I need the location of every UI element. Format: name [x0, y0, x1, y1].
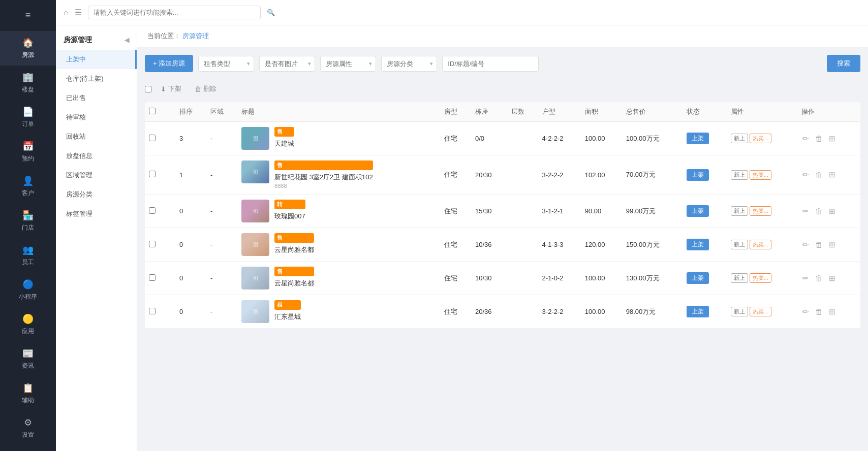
attr-tag[interactable]: 新上: [731, 307, 748, 316]
more-button[interactable]: ⊞: [828, 306, 836, 317]
cell-attrs: 新上热卖...: [727, 155, 798, 195]
sidebar-item-reservation[interactable]: 📅 预约: [0, 135, 56, 169]
edit-button[interactable]: ✏: [801, 306, 810, 317]
menu-icon[interactable]: ☰: [75, 8, 82, 17]
sidebar-item-news[interactable]: 📰 资讯: [0, 342, 56, 376]
row-checkbox[interactable]: [149, 135, 156, 141]
more-button[interactable]: ⊞: [828, 273, 836, 284]
col-attrs: 属性: [727, 102, 798, 122]
property-tag: 售: [274, 127, 294, 137]
col-checkbox: [145, 102, 160, 122]
delete-row-button[interactable]: 🗑: [814, 273, 824, 283]
property-code: 8888: [274, 183, 373, 189]
sidebar-item-sold[interactable]: 已出售: [56, 88, 137, 108]
attr-tag[interactable]: 新上: [731, 134, 748, 143]
sidebar-item-house[interactable]: 🏠 房源: [0, 31, 56, 66]
property-tag: 售: [274, 160, 373, 170]
add-house-button[interactable]: + 添加房源: [145, 55, 193, 72]
attr-tag[interactable]: 热卖...: [750, 170, 771, 180]
edit-button[interactable]: ✏: [801, 206, 810, 217]
more-button[interactable]: ⊞: [828, 239, 836, 250]
sidebar-item-building[interactable]: 🏢 楼盘: [0, 66, 56, 100]
breadcrumb: 当前位置： 房源管理: [137, 25, 868, 47]
col-house-type: 房型: [440, 102, 471, 122]
property-category-select-wrap: 房源分类 全部 新房 二手房: [381, 56, 437, 72]
row-checkbox[interactable]: [149, 207, 156, 214]
col-title: 标题: [237, 102, 440, 122]
sidebar-item-order[interactable]: 📄 订单: [0, 100, 56, 135]
sidebar-item-listing[interactable]: 上架中: [56, 50, 137, 69]
toolbar: + 添加房源 租售类型 全部 出租 出售 是否有图片 全部: [145, 55, 860, 72]
sidebar-item-settings[interactable]: ⚙ 设置: [0, 411, 56, 445]
cell-layout: 4-1-3-3: [538, 228, 581, 262]
row-checkbox[interactable]: [149, 171, 156, 177]
cell-status: 上架: [683, 155, 727, 195]
col-layout: 户型: [538, 102, 581, 122]
sidebar-item-staff[interactable]: 👥 员工: [0, 238, 56, 273]
search-input[interactable]: [88, 6, 261, 19]
header-checkbox[interactable]: [149, 108, 156, 114]
delete-row-button[interactable]: 🗑: [814, 170, 824, 180]
more-button[interactable]: ⊞: [828, 169, 836, 180]
search-button[interactable]: 搜索: [827, 55, 860, 72]
sidebar-item-category[interactable]: 房源分类: [56, 185, 137, 204]
sidebar-logo: ≡: [25, 5, 31, 31]
row-checkbox[interactable]: [149, 308, 156, 314]
edit-button[interactable]: ✏: [801, 273, 810, 284]
attr-tag[interactable]: 新上: [731, 240, 748, 249]
sidebar-item-store[interactable]: 🏪 门店: [0, 204, 56, 238]
attr-tag[interactable]: 热卖...: [750, 273, 771, 283]
cell-layout: 2-1-0-2: [538, 262, 581, 295]
cell-house-type: 住宅: [440, 228, 471, 262]
property-name: 云星尚雅名都: [274, 279, 314, 288]
id-search-input[interactable]: [442, 56, 539, 72]
cell-building: 10/30: [471, 262, 507, 295]
sidebar-item-assist[interactable]: 📋 辅助: [0, 376, 56, 411]
attr-tag[interactable]: 新上: [731, 273, 748, 283]
sidebar-item-customer[interactable]: 👤 客户: [0, 169, 56, 204]
more-button[interactable]: ⊞: [828, 133, 836, 144]
property-category-select[interactable]: 房源分类 全部 新房 二手房: [381, 56, 437, 72]
cell-title: 图租汇东星城: [237, 295, 440, 329]
attr-tag[interactable]: 热卖...: [750, 307, 771, 316]
home-icon[interactable]: ⌂: [64, 8, 69, 17]
sidebar-item-recycle[interactable]: 回收站: [56, 127, 137, 146]
delete-button[interactable]: 🗑 删除: [191, 82, 221, 95]
breadcrumb-link[interactable]: 房源管理: [182, 32, 209, 40]
attr-tag[interactable]: 热卖...: [750, 206, 771, 216]
sidebar-item-app[interactable]: 🟡 应用: [0, 307, 56, 342]
edit-button[interactable]: ✏: [801, 169, 810, 180]
delete-row-button[interactable]: 🗑: [814, 306, 824, 317]
sidebar-item-region[interactable]: 区域管理: [56, 166, 137, 185]
edit-button[interactable]: ✏: [801, 133, 810, 144]
attr-tag[interactable]: 热卖...: [750, 134, 771, 143]
property-nature-select[interactable]: 房源属性 全部 住宅 商铺: [320, 56, 376, 72]
cell-price: 130.00万元: [622, 262, 683, 295]
property-name: 玫瑰园007: [274, 212, 305, 221]
sidebar-item-help[interactable]: ❓ 帮助手册: [0, 445, 56, 451]
sidebar-item-pending[interactable]: 待审核: [56, 108, 137, 127]
attr-tag[interactable]: 新上: [731, 170, 748, 180]
delete-row-button[interactable]: 🗑: [814, 239, 824, 250]
sidebar-item-warehouse[interactable]: 仓库(待上架): [56, 69, 137, 88]
edit-button[interactable]: ✏: [801, 239, 810, 250]
collapse-icon[interactable]: ◀: [125, 37, 129, 44]
search-icon[interactable]: 🔍: [267, 9, 275, 16]
download-button[interactable]: ⬇ 下架: [157, 82, 185, 95]
delete-row-button[interactable]: 🗑: [814, 133, 824, 144]
row-checkbox[interactable]: [149, 241, 156, 247]
sidebar-item-release[interactable]: 放盘信息: [56, 146, 137, 166]
sidebar-item-miniapp[interactable]: 🔵 小程序: [0, 273, 56, 307]
select-all-checkbox[interactable]: [145, 86, 151, 92]
delete-row-button[interactable]: 🗑: [814, 206, 824, 216]
cell-floor: [507, 155, 538, 195]
more-button[interactable]: ⊞: [828, 206, 836, 217]
row-checkbox[interactable]: [149, 274, 156, 281]
attr-tag[interactable]: 热卖...: [750, 240, 771, 249]
rent-type-select[interactable]: 租售类型 全部 出租 出售: [198, 56, 254, 72]
has-image-select[interactable]: 是否有图片 全部 有图片 无图片: [259, 56, 315, 72]
delete-label: 删除: [203, 84, 216, 93]
settings-icon: ⚙: [24, 417, 32, 428]
attr-tag[interactable]: 新上: [731, 206, 748, 216]
sidebar-item-tags[interactable]: 标签管理: [56, 204, 137, 223]
